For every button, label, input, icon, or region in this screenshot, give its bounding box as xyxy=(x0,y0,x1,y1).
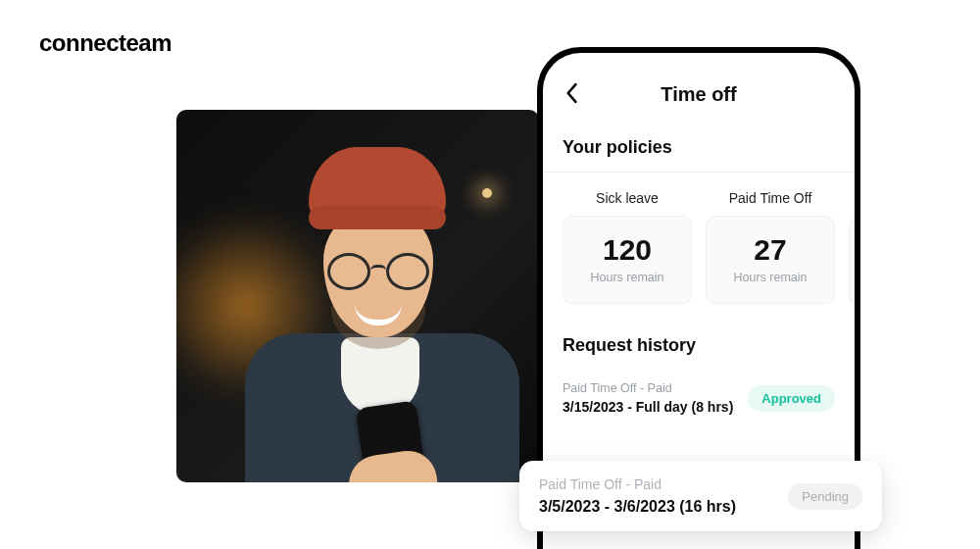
policy-card-peek[interactable] xyxy=(849,218,860,306)
popout-type: Paid Time Off - Paid xyxy=(539,476,736,492)
policy-value: 120 xyxy=(603,235,652,265)
promo-image xyxy=(176,110,539,482)
page-title: Time off xyxy=(661,83,736,106)
history-item[interactable]: Paid Time Off - Paid 3/15/2023 - Full da… xyxy=(563,370,835,428)
history-item-desc: 3/15/2023 - Full day (8 hrs) xyxy=(563,399,733,415)
status-badge-approved: Approved xyxy=(748,385,835,412)
history-item-popout[interactable]: Paid Time Off - Paid 3/5/2023 - 3/6/2023… xyxy=(519,461,882,531)
policy-card-sick-leave[interactable]: Sick leave 120 Hours remain xyxy=(563,190,692,306)
brand-logo: connecteam xyxy=(39,29,172,57)
policy-caption: Hours remain xyxy=(590,271,663,284)
history-section-title: Request history xyxy=(543,314,855,370)
policy-name: Paid Time Off xyxy=(729,190,812,206)
history-item-type: Paid Time Off - Paid xyxy=(563,381,733,395)
policy-value: 27 xyxy=(754,235,786,265)
policies-row[interactable]: Sick leave 120 Hours remain Paid Time Of… xyxy=(543,173,855,314)
chevron-left-icon xyxy=(564,82,578,104)
status-badge-pending: Pending xyxy=(788,483,862,510)
policy-name: Sick leave xyxy=(596,190,659,206)
popout-desc: 3/5/2023 - 3/6/2023 (16 hrs) xyxy=(539,498,736,516)
policy-caption: Hours remain xyxy=(733,271,807,284)
policy-card-pto[interactable]: Paid Time Off 27 Hours remain xyxy=(706,190,835,306)
app-header: Time off xyxy=(543,73,855,116)
back-button[interactable] xyxy=(561,82,582,104)
policies-section-title: Your policies xyxy=(543,116,855,172)
